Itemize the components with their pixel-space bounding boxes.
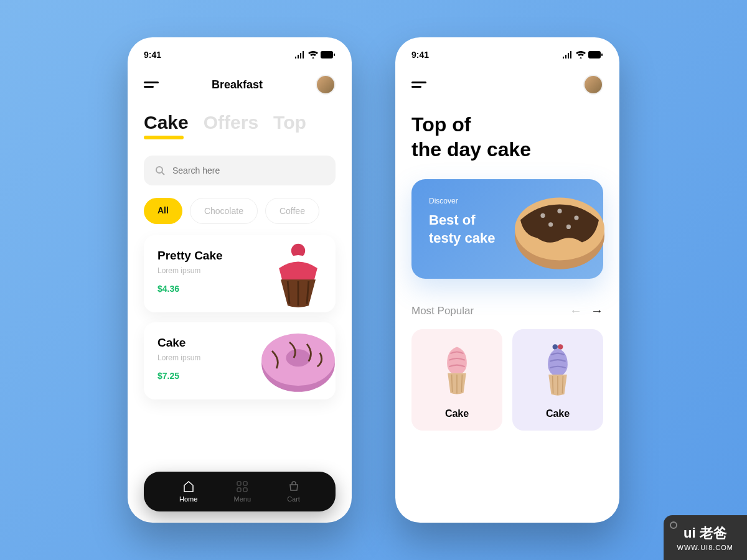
avatar[interactable]: [316, 75, 336, 95]
tab-cake[interactable]: Cake: [144, 112, 189, 133]
product-card[interactable]: Pretty Cake Lorem ipsum $4.36: [144, 235, 336, 312]
status-bar: 9:41: [411, 50, 603, 60]
nav-menu[interactable]: Menu: [234, 480, 251, 503]
tabs: Cake Offers Top: [144, 112, 336, 133]
phone-right: 9:41 Top of the day cake Discover Best o…: [395, 37, 619, 523]
nav-cart[interactable]: Cart: [287, 480, 300, 503]
status-icons: [294, 51, 336, 58]
svg-line-29: [553, 376, 553, 394]
svg-rect-16: [601, 54, 603, 56]
arrow-right-icon[interactable]: →: [591, 304, 603, 318]
status-icons: [562, 51, 603, 58]
svg-rect-12: [243, 482, 247, 485]
section-title: Most Popular: [411, 305, 474, 317]
svg-point-19: [540, 213, 545, 218]
cupcake-icon: [255, 229, 342, 316]
svg-rect-1: [334, 54, 335, 56]
svg-rect-14: [243, 488, 247, 492]
svg-line-24: [452, 375, 453, 393]
signal-icon: [562, 51, 573, 58]
status-bar: 9:41: [144, 50, 336, 60]
tab-offers[interactable]: Offers: [204, 112, 258, 133]
page-title: Top of the day cake: [411, 112, 603, 162]
avatar[interactable]: [583, 75, 603, 95]
header: Breakfast: [144, 75, 336, 95]
arrow-left-icon[interactable]: ←: [570, 304, 582, 318]
popular-label: Cake: [418, 408, 496, 419]
product-card[interactable]: Cake Lorem ipsum $7.25: [144, 322, 336, 399]
nav-label: Cart: [287, 495, 300, 503]
cart-icon: [288, 480, 300, 493]
svg-line-3: [162, 172, 164, 175]
battery-icon: [588, 51, 603, 58]
section-header: Most Popular ← →: [411, 304, 603, 318]
wifi-icon: [308, 51, 318, 58]
watermark: ui 老爸 WWW.UI8.COM: [664, 515, 747, 560]
svg-point-2: [156, 167, 162, 173]
title-line: the day cake: [411, 137, 603, 162]
nav-home[interactable]: Home: [179, 480, 197, 503]
popular-card[interactable]: Cake: [411, 329, 502, 431]
nav-label: Menu: [234, 495, 251, 503]
popular-grid: Cake Cake: [411, 329, 603, 431]
chip-chocolate[interactable]: Chocolate: [190, 198, 258, 224]
grid-icon: [236, 480, 248, 493]
chocolate-donut-icon: [497, 173, 619, 285]
donut-icon: [255, 316, 342, 403]
svg-rect-15: [588, 51, 601, 58]
home-icon: [182, 480, 195, 493]
svg-point-20: [557, 209, 561, 213]
popular-card[interactable]: Cake: [512, 329, 603, 431]
svg-point-10: [286, 349, 310, 366]
header: [411, 75, 603, 95]
menu-icon[interactable]: [411, 82, 426, 88]
purple-cupcake-icon: [530, 340, 586, 399]
page-title: Breakfast: [212, 78, 263, 91]
svg-point-23: [566, 225, 571, 229]
svg-line-31: [562, 376, 563, 394]
search-bar[interactable]: [144, 156, 336, 185]
svg-point-22: [548, 222, 553, 226]
search-icon: [155, 166, 165, 175]
search-input[interactable]: [172, 166, 324, 175]
status-time: 9:41: [411, 50, 429, 60]
title-line: Top of: [411, 112, 603, 137]
svg-rect-0: [321, 51, 333, 58]
pink-cupcake-icon: [429, 340, 485, 399]
svg-rect-13: [237, 488, 241, 492]
bottom-nav: Home Menu Cart: [144, 472, 336, 511]
nav-label: Home: [179, 495, 197, 503]
signal-icon: [294, 51, 306, 58]
carousel-arrows: ← →: [570, 304, 603, 318]
phone-left: 9:41 Breakfast Cake Offers Top All Choco…: [128, 37, 352, 523]
battery-icon: [321, 51, 336, 58]
tab-top[interactable]: Top: [273, 112, 306, 133]
discover-card[interactable]: Discover Best of testy cake: [411, 179, 603, 279]
wifi-icon: [576, 51, 586, 58]
svg-rect-11: [237, 482, 241, 485]
chip-all[interactable]: All: [144, 198, 182, 224]
svg-point-21: [574, 215, 578, 220]
svg-line-26: [461, 375, 462, 393]
chip-coffee[interactable]: Coffee: [265, 198, 319, 224]
menu-icon[interactable]: [144, 82, 159, 88]
status-time: 9:41: [144, 50, 161, 60]
filter-chips: All Chocolate Coffee: [144, 198, 336, 224]
popular-label: Cake: [519, 408, 597, 419]
watermark-url: WWW.UI8.COM: [677, 544, 733, 551]
watermark-logo: ui 老爸: [684, 524, 727, 543]
